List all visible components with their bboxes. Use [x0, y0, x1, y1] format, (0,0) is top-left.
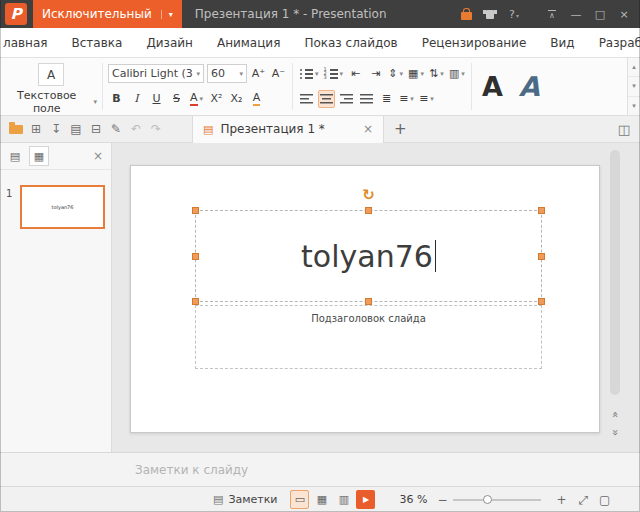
- tab-home[interactable]: лавная: [3, 36, 48, 50]
- format-painter-button[interactable]: ✎: [106, 116, 126, 143]
- font-size-select[interactable]: 60 ▾: [207, 64, 247, 83]
- zoom-slider-handle[interactable]: [483, 495, 492, 504]
- superscript-button[interactable]: X²: [208, 90, 225, 108]
- resize-handle[interactable]: [192, 207, 199, 214]
- align-left-button[interactable]: [298, 90, 315, 108]
- gallery-up-button[interactable]: ▴: [628, 58, 640, 77]
- app-logo[interactable]: P: [5, 3, 27, 25]
- tab-developer[interactable]: Разработчи: [599, 36, 640, 50]
- text-direction-button[interactable]: ⇅▾: [428, 65, 445, 83]
- strikethrough-button[interactable]: S: [168, 90, 185, 108]
- slideshow-button[interactable]: ▶: [356, 490, 375, 509]
- tab-animation[interactable]: Анимация: [217, 36, 280, 50]
- resize-handle[interactable]: [538, 207, 545, 214]
- document-tab[interactable]: ▤ Презентация 1 * ×: [192, 116, 384, 143]
- line-spacing-button[interactable]: ⇕▾: [387, 65, 404, 83]
- font-name-select[interactable]: Calibri Light (3 ▾: [108, 64, 204, 83]
- underline-button[interactable]: U: [148, 90, 165, 108]
- slide-number: 1: [6, 185, 20, 229]
- font-color-button[interactable]: A▾: [188, 90, 205, 108]
- distribute-button[interactable]: ≣: [378, 90, 395, 108]
- zoom-level[interactable]: 36 %: [399, 493, 427, 506]
- slide[interactable]: ↻ tolyan76 Подзаголовок слайда: [130, 165, 600, 433]
- decrease-indent-button[interactable]: ⇤: [347, 65, 364, 83]
- text-align-vertical-button[interactable]: ≡▾: [418, 90, 435, 108]
- previous-slide-button[interactable]: «: [607, 406, 623, 422]
- gallery-more-button[interactable]: ▾: [628, 97, 640, 116]
- slide-thumbnail-item[interactable]: 1 tolyan76: [0, 185, 111, 229]
- shrink-font-button[interactable]: A⁻: [270, 65, 287, 83]
- skins-icon[interactable]: [478, 0, 502, 28]
- fullscreen-button[interactable]: ▢: [599, 493, 610, 507]
- title-placeholder[interactable]: ↻ tolyan76: [195, 210, 542, 302]
- save-button[interactable]: ⊞: [26, 116, 46, 143]
- increase-indent-button[interactable]: ⇥: [367, 65, 384, 83]
- borders-button[interactable]: ▦▾: [407, 65, 425, 83]
- resize-handle[interactable]: [365, 298, 372, 305]
- justify-button[interactable]: [358, 90, 375, 108]
- notes-toggle-button[interactable]: ▤ Заметки: [213, 493, 277, 506]
- gallery-down-button[interactable]: ▾: [628, 77, 640, 96]
- rotate-handle-icon[interactable]: ↻: [362, 187, 375, 203]
- tab-view[interactable]: Вид: [550, 36, 574, 50]
- text-style-preview-1[interactable]: A: [482, 71, 503, 102]
- resize-handle[interactable]: [538, 298, 545, 305]
- collapse-ribbon-button[interactable]: ∧: [540, 0, 564, 28]
- zoom-slider[interactable]: [453, 499, 541, 501]
- insert-textbox-button[interactable]: A: [38, 63, 64, 86]
- vertical-scrollbar[interactable]: [610, 150, 620, 395]
- subtitle-placeholder[interactable]: Подзаголовок слайда: [195, 305, 542, 369]
- italic-button[interactable]: I: [128, 90, 145, 108]
- zoom-in-button[interactable]: +: [555, 493, 567, 507]
- tab-review[interactable]: Рецензирование: [422, 36, 527, 50]
- grow-font-button[interactable]: A⁺: [250, 65, 267, 83]
- normal-view-button[interactable]: ▭: [290, 490, 309, 509]
- slide-sorter-button[interactable]: ▦: [312, 490, 331, 509]
- slides-view-tab[interactable]: ▦: [29, 146, 49, 166]
- resize-handle[interactable]: [192, 298, 199, 305]
- align-right-button[interactable]: [338, 90, 355, 108]
- text-style-preview-2[interactable]: A: [519, 71, 540, 102]
- zoom-out-button[interactable]: −: [436, 493, 448, 507]
- close-tab-icon[interactable]: ×: [355, 122, 373, 136]
- close-button[interactable]: ×: [612, 0, 636, 28]
- tab-insert[interactable]: Вставка: [72, 36, 123, 50]
- numbering-button[interactable]: ▾: [323, 65, 345, 83]
- bag-icon: [461, 12, 472, 20]
- slide-title-text[interactable]: tolyan76: [301, 239, 433, 274]
- resize-handle[interactable]: [365, 207, 372, 214]
- outline-icon: ▤: [10, 150, 20, 163]
- maximize-button[interactable]: □: [588, 0, 612, 28]
- sidebar-toggle-button[interactable]: ◫: [614, 116, 634, 143]
- highlight-button[interactable]: A: [248, 90, 265, 108]
- align-center-button[interactable]: [318, 90, 335, 108]
- undo-button[interactable]: ↶: [126, 116, 146, 143]
- app-menu-button[interactable]: Исключительный ▾: [33, 0, 182, 28]
- notes-pane[interactable]: Заметки к слайду: [0, 452, 640, 486]
- premium-bag-icon[interactable]: [454, 0, 478, 28]
- next-slide-button[interactable]: »: [607, 424, 623, 440]
- resize-handle[interactable]: [538, 253, 545, 260]
- subscript-button[interactable]: X₂: [228, 90, 245, 108]
- insert-textbox-dropdown[interactable]: Текстовое поле ▾: [5, 89, 97, 115]
- tab-slideshow[interactable]: Показ слайдов: [304, 36, 397, 50]
- export-pdf-button[interactable]: ↧: [46, 116, 66, 143]
- print-preview-button[interactable]: ⊟: [86, 116, 106, 143]
- fit-slide-button[interactable]: ⤢: [578, 493, 588, 507]
- redo-button[interactable]: ↷: [146, 116, 166, 143]
- paragraph-spacing-button[interactable]: ≡▾: [398, 90, 415, 108]
- help-button[interactable]: ?▾: [502, 0, 526, 28]
- print-button[interactable]: ▤: [66, 116, 86, 143]
- tab-design[interactable]: Дизайн: [146, 36, 193, 50]
- outline-view-tab[interactable]: ▤: [5, 146, 25, 166]
- columns-button[interactable]: ▥▾: [448, 65, 466, 83]
- slide-thumbnail[interactable]: tolyan76: [20, 185, 105, 229]
- reading-view-button[interactable]: ▥: [334, 490, 353, 509]
- close-panel-icon[interactable]: ×: [90, 149, 106, 163]
- bullets-button[interactable]: ▾: [298, 65, 320, 83]
- resize-handle[interactable]: [192, 253, 199, 260]
- new-tab-button[interactable]: +: [394, 120, 407, 138]
- bold-button[interactable]: B: [108, 90, 125, 108]
- open-file-button[interactable]: [6, 116, 26, 143]
- minimize-button[interactable]: —: [564, 0, 588, 28]
